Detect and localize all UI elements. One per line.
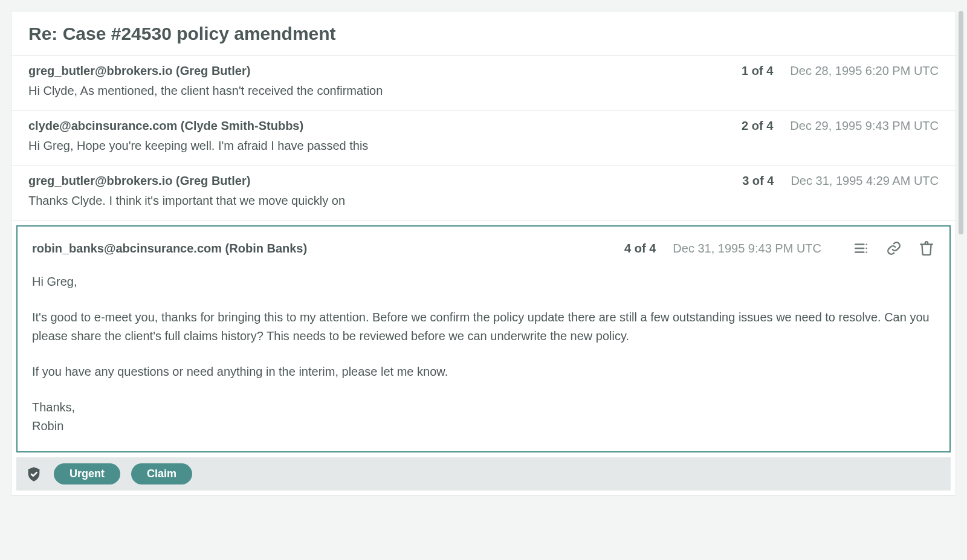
body-paragraph: If you have any questions or need anythi… (32, 362, 935, 381)
message-count: 1 of 4 (742, 64, 773, 78)
message-snippet: Hi Clyde, As mentioned, the client hasn'… (28, 84, 939, 98)
shield-check-icon[interactable] (25, 465, 43, 483)
message-snippet: Hi Greg, Hope you're keeping well. I'm a… (28, 139, 939, 153)
message-snippet: Thanks Clyde. I think it's important tha… (28, 194, 939, 208)
body-paragraph: It's good to e-meet you, thanks for brin… (32, 308, 935, 346)
message-from: robin_banks@abcinsurance.com (Robin Bank… (32, 242, 307, 256)
message-body: Hi Greg, It's good to e-meet you, thanks… (32, 272, 935, 436)
message-from: greg_butler@bbrokers.io (Greg Butler) (28, 64, 250, 78)
body-signoff: Thanks, (32, 398, 935, 417)
message-from: greg_butler@bbrokers.io (Greg Butler) (28, 174, 250, 188)
list-icon[interactable] (853, 240, 870, 257)
message-date: Dec 28, 1995 6:20 PM UTC (790, 64, 939, 78)
thread-subject: Re: Case #24530 policy amendment (11, 11, 956, 56)
scrollbar[interactable] (959, 11, 963, 234)
message-count: 4 of 4 (624, 242, 656, 256)
collapsed-message[interactable]: greg_butler@bbrokers.io (Greg Butler) 3 … (11, 166, 956, 220)
svg-point-3 (865, 243, 867, 245)
message-date: Dec 29, 1995 9:43 PM UTC (790, 119, 939, 133)
collapsed-message[interactable]: clyde@abcinsurance.com (Clyde Smith-Stub… (11, 111, 956, 166)
svg-point-4 (865, 248, 867, 249)
link-icon[interactable] (885, 240, 902, 257)
trash-icon[interactable] (918, 240, 935, 257)
svg-point-5 (865, 251, 867, 253)
message-count: 3 of 4 (742, 174, 774, 188)
message-from: clyde@abcinsurance.com (Clyde Smith-Stub… (28, 119, 303, 133)
message-date: Dec 31, 1995 4:29 AM UTC (791, 174, 939, 188)
expanded-message: robin_banks@abcinsurance.com (Robin Bank… (16, 225, 951, 452)
body-greeting: Hi Greg, (32, 272, 935, 291)
message-date: Dec 31, 1995 9:43 PM UTC (673, 242, 821, 256)
tag-claim[interactable]: Claim (131, 463, 192, 484)
collapsed-message[interactable]: greg_butler@bbrokers.io (Greg Butler) 1 … (11, 56, 956, 111)
message-count: 2 of 4 (742, 119, 773, 133)
body-name: Robin (32, 417, 935, 436)
tag-bar: Urgent Claim (16, 457, 951, 491)
email-thread-card: Re: Case #24530 policy amendment greg_bu… (11, 11, 956, 496)
tag-urgent[interactable]: Urgent (54, 463, 120, 484)
